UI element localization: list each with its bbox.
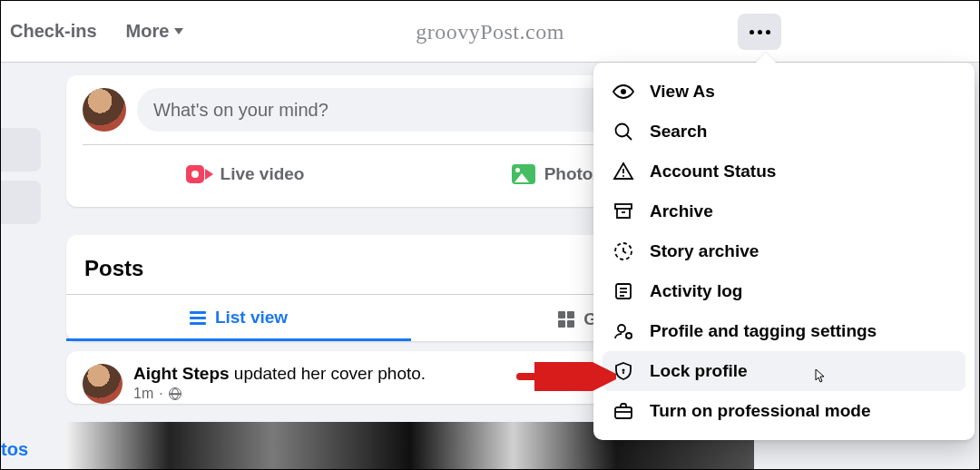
menu-item-label: Story archive xyxy=(650,241,759,261)
menu-item-label: Turn on professional mode xyxy=(650,401,871,421)
left-fragment-1 xyxy=(1,128,41,171)
post-avatar[interactable] xyxy=(83,364,122,404)
eye-icon xyxy=(612,80,635,103)
briefcase-icon xyxy=(612,399,635,423)
nav-more[interactable]: More xyxy=(126,21,184,42)
post-author-name[interactable]: Aight Steps xyxy=(133,364,230,383)
story-archive-icon xyxy=(612,240,635,263)
more-options-button[interactable] xyxy=(738,14,781,50)
grid-view-icon xyxy=(558,311,574,328)
svg-point-0 xyxy=(621,89,626,94)
menu-item-label: Lock profile xyxy=(650,361,748,381)
lock-shield-icon xyxy=(612,359,635,383)
post-headline: Aight Steps updated her cover photo. xyxy=(133,364,426,384)
post-meta: 1m · xyxy=(133,386,426,402)
caret-down-icon xyxy=(174,28,183,34)
post-meta-sep: · xyxy=(159,386,162,402)
left-fragment-2 xyxy=(1,181,41,224)
menu-archive[interactable]: Archive xyxy=(603,191,965,231)
post-time[interactable]: 1m xyxy=(133,386,153,402)
live-video-label: Live video xyxy=(220,164,305,184)
menu-item-label: Profile and tagging settings xyxy=(650,321,877,341)
svg-point-12 xyxy=(618,325,625,332)
ellipsis-icon xyxy=(750,30,770,34)
tab-list-view[interactable]: List view xyxy=(66,295,411,341)
live-video-button[interactable]: Live video xyxy=(83,154,407,194)
frame: Check-ins More groovyPost.com tos What's… xyxy=(0,0,980,470)
live-video-icon xyxy=(186,165,211,183)
menu-item-label: View As xyxy=(650,82,715,102)
menu-item-label: Search xyxy=(650,122,707,142)
svg-point-13 xyxy=(626,333,632,338)
menu-item-label: Activity log xyxy=(650,281,742,301)
archive-icon xyxy=(612,200,635,223)
avatar[interactable] xyxy=(83,88,126,132)
menu-story-archive[interactable]: Story archive xyxy=(603,231,965,271)
public-icon[interactable] xyxy=(169,387,181,400)
posts-title: Posts xyxy=(84,256,143,281)
profile-options-menu: View As Search Account Status Archive St… xyxy=(593,63,975,440)
list-view-icon xyxy=(190,311,206,325)
post-action-text: updated her cover photo. xyxy=(230,364,426,383)
activity-log-icon xyxy=(612,279,635,303)
settings-icon xyxy=(612,319,635,343)
composer-placeholder: What's on your mind? xyxy=(153,100,328,121)
menu-activity-log[interactable]: Activity log xyxy=(603,271,965,311)
warning-icon xyxy=(612,160,635,183)
tab-list-label: List view xyxy=(215,308,288,328)
menu-view-as[interactable]: View As xyxy=(603,72,965,112)
svg-point-14 xyxy=(622,369,625,372)
nav-checkins[interactable]: Check-ins xyxy=(10,21,97,42)
watermark: groovyPost.com xyxy=(416,20,564,44)
svg-point-4 xyxy=(622,175,624,177)
menu-account-status[interactable]: Account Status xyxy=(603,152,965,191)
svg-rect-16 xyxy=(615,407,632,418)
nav-more-label: More xyxy=(126,21,170,42)
svg-line-2 xyxy=(627,135,632,141)
menu-search[interactable]: Search xyxy=(603,112,965,152)
svg-point-1 xyxy=(616,124,629,137)
menu-profile-tagging-settings[interactable]: Profile and tagging settings xyxy=(603,311,965,351)
menu-item-label: Account Status xyxy=(650,162,776,181)
photo-icon xyxy=(512,164,535,184)
menu-professional-mode[interactable]: Turn on professional mode xyxy=(603,391,965,431)
menu-item-label: Archive xyxy=(650,201,713,221)
left-fragment-text[interactable]: tos xyxy=(1,439,28,460)
menu-lock-profile[interactable]: Lock profile xyxy=(603,351,965,391)
svg-rect-5 xyxy=(615,204,632,209)
search-icon xyxy=(612,120,635,143)
